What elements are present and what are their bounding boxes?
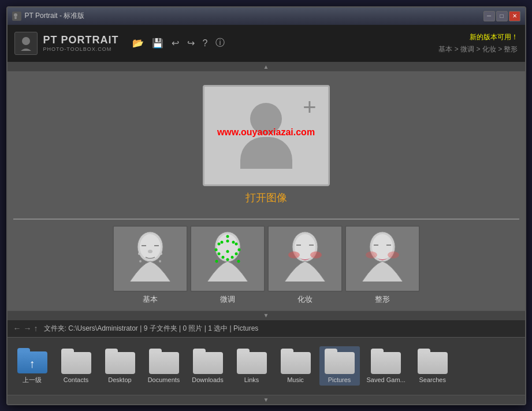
- window-controls: ─ □ ✕: [483, 11, 520, 21]
- mode-reshape-label: 整形: [375, 294, 390, 305]
- folder-item[interactable]: Links: [232, 346, 272, 386]
- file-browser: ↑ 上一级 Contacts Desktop: [8, 337, 525, 395]
- folder-icon: [61, 349, 91, 374]
- main-window: PT Portrait - 标准版 ─ □ ✕ PT PORTRAIT PHOT…: [6, 6, 526, 405]
- up-arrow-icon: ↑: [29, 357, 35, 370]
- open-folder-icon[interactable]: 📂: [131, 36, 146, 50]
- mode-reshape[interactable]: 整形: [345, 225, 420, 305]
- svg-point-26: [235, 253, 237, 256]
- scroll-up-arrow: ▲: [263, 64, 269, 70]
- main-content: ▲ + 打开图像 www.ouyaoxiazai.com: [8, 62, 525, 320]
- folder-icon: [105, 349, 135, 374]
- folder-icon: [237, 349, 267, 374]
- folder-icon: [193, 349, 223, 374]
- bottom-down-arrow: ▼: [263, 397, 269, 403]
- mode-basic-thumb: [113, 225, 188, 292]
- svg-point-24: [226, 258, 229, 261]
- logo-text: PT PORTRAIT PHOTO-TOOLBOX.COM: [43, 34, 119, 52]
- folder-item[interactable]: Desktop: [100, 346, 140, 386]
- open-image-label: 打开图像: [245, 191, 287, 205]
- minimize-button[interactable]: ─: [483, 11, 495, 21]
- svg-point-28: [237, 260, 240, 263]
- mode-makeup[interactable]: 化妆: [267, 225, 343, 305]
- help-icon[interactable]: ?: [201, 36, 210, 50]
- nav-forward-button[interactable]: →: [24, 324, 32, 333]
- folder-label: 上一级: [23, 376, 42, 384]
- upload-area[interactable]: + 打开图像 www.ouyaoxiazai.com: [8, 72, 525, 219]
- new-version-notice[interactable]: 新的版本可用！: [470, 32, 518, 42]
- mode-basic[interactable]: 基本: [113, 225, 188, 305]
- scroll-up-button[interactable]: ▲: [8, 62, 525, 72]
- svg-point-8: [138, 253, 140, 255]
- scroll-down-arrow: ▼: [263, 312, 269, 319]
- svg-point-11: [159, 260, 161, 262]
- folder-icon: [325, 349, 355, 374]
- app-icon: [12, 12, 21, 21]
- svg-point-7: [148, 250, 152, 253]
- folder-item[interactable]: Music: [276, 346, 316, 386]
- svg-point-9: [160, 253, 162, 255]
- folder-icon: [149, 349, 179, 374]
- save-icon[interactable]: 💾: [150, 36, 165, 50]
- folder-label: Desktop: [108, 376, 131, 383]
- mode-finetune[interactable]: 微调: [190, 225, 265, 305]
- svg-point-2: [22, 37, 30, 45]
- scroll-down-button[interactable]: ▼: [8, 310, 525, 320]
- svg-point-17: [237, 249, 240, 251]
- mode-reshape-thumb: [345, 225, 420, 292]
- folder-item[interactable]: ↑ 上一级: [12, 346, 53, 387]
- title-bar: PT Portrait - 标准版 ─ □ ✕: [8, 8, 525, 25]
- bottom-scroll[interactable]: ▼: [8, 395, 525, 404]
- svg-point-39: [388, 251, 399, 258]
- person-body: [240, 137, 292, 169]
- folder-icon: [371, 349, 401, 374]
- svg-point-33: [310, 251, 322, 258]
- folder-item[interactable]: Documents: [144, 346, 184, 386]
- mode-finetune-thumb: [190, 225, 265, 292]
- folder-label: Saved Gam...: [367, 376, 405, 383]
- svg-point-0: [14, 13, 17, 17]
- window-title: PT Portrait - 标准版: [25, 11, 85, 21]
- breadcrumb: 基本 > 微调 > 化妆 > 整形: [438, 45, 518, 54]
- svg-rect-1: [14, 17, 17, 19]
- svg-point-4: [140, 234, 161, 260]
- folder-icon: [418, 349, 448, 374]
- toolbar: 📂 💾 ↩ ↪ ? ⓘ: [131, 35, 227, 51]
- folder-label: Documents: [148, 376, 180, 383]
- svg-point-16: [214, 249, 217, 251]
- folder-item[interactable]: Downloads: [188, 346, 228, 386]
- app-header: PT PORTRAIT PHOTO-TOOLBOX.COM 📂 💾 ↩ ↪ ? …: [8, 25, 525, 62]
- svg-point-10: [139, 260, 142, 262]
- close-button[interactable]: ✕: [509, 11, 520, 21]
- info-icon[interactable]: ⓘ: [214, 35, 226, 51]
- folder-item[interactable]: Pictures: [319, 346, 360, 386]
- folder-item[interactable]: Saved Gam...: [363, 346, 409, 386]
- svg-point-13: [217, 234, 238, 260]
- svg-point-27: [215, 260, 218, 263]
- svg-point-22: [221, 256, 224, 259]
- svg-point-25: [217, 253, 220, 256]
- svg-point-15: [235, 243, 237, 246]
- folder-label: Searches: [419, 376, 446, 383]
- folder-item[interactable]: Searches: [412, 346, 453, 386]
- svg-point-20: [226, 240, 229, 243]
- svg-point-32: [288, 251, 300, 258]
- logo-area: PT PORTRAIT PHOTO-TOOLBOX.COM: [14, 32, 119, 55]
- undo-icon[interactable]: ↩: [170, 36, 181, 50]
- svg-point-23: [230, 256, 233, 259]
- folder-item[interactable]: Contacts: [56, 346, 96, 386]
- mode-finetune-label: 微调: [220, 294, 235, 305]
- svg-point-14: [217, 243, 220, 246]
- plus-icon: +: [303, 95, 316, 119]
- maximize-button[interactable]: □: [496, 11, 508, 21]
- svg-point-38: [366, 251, 377, 258]
- folder-label: Music: [287, 376, 304, 383]
- folder-icon: [281, 349, 311, 374]
- status-bar: ← → ↑ 文件夹: C:\Users\Administrator | 9 子文…: [8, 320, 525, 337]
- nav-back-button[interactable]: ←: [13, 324, 21, 333]
- redo-icon[interactable]: ↪: [185, 36, 196, 50]
- up-folder-icon: ↑: [17, 348, 47, 373]
- status-text: 文件夹: C:\Users\Administrator | 9 子文件夹 | 0…: [44, 324, 259, 334]
- nav-up-button[interactable]: ↑: [34, 324, 38, 333]
- folder-label: Contacts: [64, 376, 88, 383]
